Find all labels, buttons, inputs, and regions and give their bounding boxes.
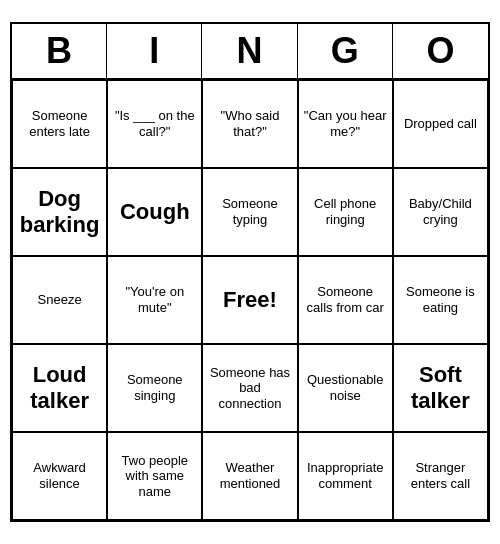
bingo-cell: "You're on mute" bbox=[107, 256, 202, 344]
bingo-cell: Inappropriate comment bbox=[298, 432, 393, 520]
bingo-cell: Questionable noise bbox=[298, 344, 393, 432]
header-letter: O bbox=[393, 24, 488, 78]
bingo-cell: Dog barking bbox=[12, 168, 107, 256]
bingo-header: BINGO bbox=[12, 24, 488, 80]
bingo-cell: "Is ___ on the call?" bbox=[107, 80, 202, 168]
header-letter: B bbox=[12, 24, 107, 78]
header-letter: G bbox=[298, 24, 393, 78]
bingo-cell: Loud talker bbox=[12, 344, 107, 432]
bingo-cell: Someone is eating bbox=[393, 256, 488, 344]
bingo-grid: Someone enters late"Is ___ on the call?"… bbox=[12, 80, 488, 520]
bingo-cell: Baby/Child crying bbox=[393, 168, 488, 256]
bingo-cell: "Who said that?" bbox=[202, 80, 297, 168]
bingo-cell: Soft talker bbox=[393, 344, 488, 432]
bingo-cell: Cell phone ringing bbox=[298, 168, 393, 256]
bingo-cell: Dropped call bbox=[393, 80, 488, 168]
bingo-card: BINGO Someone enters late"Is ___ on the … bbox=[10, 22, 490, 522]
bingo-cell: Awkward silence bbox=[12, 432, 107, 520]
bingo-cell: Someone typing bbox=[202, 168, 297, 256]
bingo-cell: Sneeze bbox=[12, 256, 107, 344]
bingo-cell: Someone has bad connection bbox=[202, 344, 297, 432]
bingo-cell: "Can you hear me?" bbox=[298, 80, 393, 168]
bingo-cell: Someone singing bbox=[107, 344, 202, 432]
header-letter: I bbox=[107, 24, 202, 78]
bingo-cell: Weather mentioned bbox=[202, 432, 297, 520]
header-letter: N bbox=[202, 24, 297, 78]
bingo-cell: Cough bbox=[107, 168, 202, 256]
bingo-cell: Free! bbox=[202, 256, 297, 344]
bingo-cell: Stranger enters call bbox=[393, 432, 488, 520]
bingo-cell: Someone enters late bbox=[12, 80, 107, 168]
bingo-cell: Two people with same name bbox=[107, 432, 202, 520]
bingo-cell: Someone calls from car bbox=[298, 256, 393, 344]
